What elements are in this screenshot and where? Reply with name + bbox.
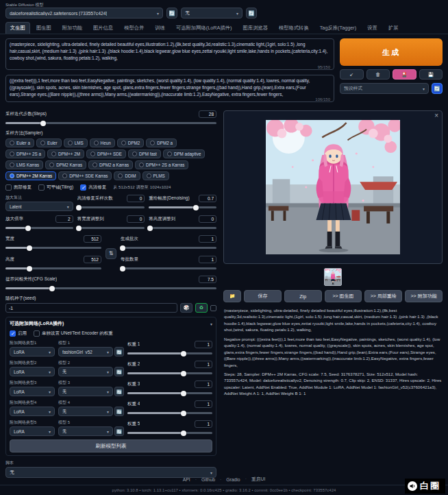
sampler-option[interactable]: DPM++ 2S a Karras [135, 160, 188, 169]
lora-model-dropdown[interactable]: 无▾ [58, 426, 113, 436]
save-button[interactable]: 保存 [244, 290, 282, 302]
slider-knob[interactable] [40, 121, 46, 126]
lora-model-dropdown[interactable]: 无▾ [58, 367, 113, 376]
restart-ui-link[interactable]: 重启UI [240, 476, 266, 483]
sampler-option[interactable]: DPM2 Karras [45, 160, 86, 169]
gallery-thumbnail[interactable] [324, 268, 342, 286]
sampler-option[interactable]: DPM++ SDE Karras [58, 171, 112, 180]
hires-steps-slider[interactable] [77, 206, 145, 208]
tiling-checkbox[interactable]: 可平铺(Tiling) [38, 184, 73, 191]
tab-gallery[interactable]: 图库浏览器 [238, 22, 272, 34]
width-slider[interactable] [5, 247, 101, 249]
lora-weight-slider[interactable] [127, 372, 212, 374]
sampler-option[interactable]: DPM2 a [146, 138, 177, 147]
lora-type-dropdown[interactable]: LoRA▾ [10, 347, 55, 357]
tab-extensions[interactable]: 扩展 [384, 22, 403, 34]
send-to-inpaint-button[interactable]: >> 局部重绘 [364, 290, 402, 302]
styles-dropdown[interactable]: 预设样式 ▾ [340, 83, 429, 94]
tab-settings[interactable]: 设置 [362, 22, 382, 34]
lora-weight-slider[interactable] [127, 432, 212, 434]
paste-params-button[interactable]: ↙ [340, 69, 364, 80]
slider-knob[interactable] [120, 266, 125, 271]
sampler-option[interactable]: DPM2 a Karras [88, 160, 133, 169]
generated-image[interactable] [266, 120, 400, 254]
lora-weight-slider[interactable] [127, 412, 212, 414]
sampler-option[interactable]: DPM++ 2M [47, 149, 84, 158]
sampler-option[interactable]: Heun [90, 138, 115, 147]
lora-separate-weights-checkbox[interactable]: 单独设置 UNet/Text Encoder 的权重 [34, 330, 113, 337]
lora-type-dropdown[interactable]: LoRA▾ [10, 426, 55, 436]
refresh-lora-button[interactable]: 🔄 [114, 367, 124, 376]
lora-weight-slider[interactable] [127, 392, 212, 394]
seed-input[interactable]: -1 [5, 303, 177, 313]
slider-knob[interactable] [76, 205, 82, 210]
tab-lora[interactable]: 可选附加网络(LoRA插件) [171, 22, 237, 34]
send-to-extras-button[interactable]: >> 附加功能 [405, 290, 443, 302]
tab-converter[interactable]: 模型格式转换 [274, 22, 314, 34]
gradio-link[interactable]: Gradio [215, 477, 240, 482]
sampler-option[interactable]: LMS Karras [5, 160, 43, 169]
face-restore-checkbox[interactable]: 面部修复 [5, 184, 32, 191]
batch-count-slider[interactable] [121, 247, 216, 249]
refresh-lora-button[interactable]: 🔄 [114, 407, 124, 416]
vae-dropdown[interactable]: 无 ▾ [181, 8, 242, 19]
lora-enable-checkbox[interactable]: 启用 [10, 330, 27, 337]
open-folder-button[interactable]: 📁 [223, 290, 241, 302]
zip-button[interactable]: Zip [284, 290, 322, 302]
lora-weight-slider[interactable] [127, 352, 212, 354]
slider-knob[interactable] [120, 245, 125, 251]
generate-button[interactable]: 生成 [340, 38, 443, 66]
tab-img2img[interactable]: 图生图 [32, 22, 56, 34]
sampler-option[interactable]: DDIM [114, 171, 140, 180]
reuse-seed-button[interactable]: ♻ [195, 303, 208, 313]
tab-tagger[interactable]: Tag反推(Tagger) [315, 22, 362, 34]
save-style-button[interactable]: 💾 [419, 69, 443, 80]
slider-knob[interactable] [49, 286, 55, 291]
sampler-option[interactable]: Euler [36, 138, 62, 147]
sampler-option[interactable]: LMS [64, 138, 88, 147]
steps-value[interactable]: 28 [199, 110, 216, 118]
cfg-slider[interactable] [5, 287, 216, 289]
slider-knob[interactable] [25, 226, 31, 231]
resize-height-slider[interactable] [149, 227, 216, 229]
refresh-lora-button[interactable]: 🔄 [114, 347, 124, 357]
sampler-option[interactable]: PLMS [142, 171, 169, 180]
lora-type-dropdown[interactable]: LoRA▾ [10, 367, 55, 376]
swap-dimensions-button[interactable]: ⇅ [105, 248, 116, 259]
sampler-option[interactable]: DPM++ 2S a [5, 149, 45, 158]
upscaler-dropdown[interactable]: Latent ▾ [5, 202, 73, 211]
upscale-by-slider[interactable] [5, 227, 73, 229]
slider-knob[interactable] [181, 431, 186, 436]
sampler-option[interactable]: Euler a [5, 138, 34, 147]
lora-type-dropdown[interactable]: LoRA▾ [10, 387, 55, 396]
tab-merge[interactable]: 模型合并 [119, 22, 149, 34]
sampler-option[interactable]: DPM adaptive [163, 149, 206, 158]
api-link[interactable]: API [183, 477, 190, 482]
resize-width-slider[interactable] [77, 227, 145, 229]
slider-knob[interactable] [147, 226, 153, 231]
slider-knob[interactable] [181, 351, 186, 357]
refresh-checkpoint-button[interactable]: 🔄 [166, 8, 177, 19]
batch-size-slider[interactable] [121, 267, 216, 269]
slider-knob[interactable] [181, 371, 186, 376]
checkpoint-dropdown[interactable]: dalceforealisticallyv2.safetensors [7335… [5, 8, 163, 19]
clear-prompt-button[interactable]: 🗑 [366, 69, 390, 80]
sampler-option-selected[interactable]: DPM++ 2M Karras [5, 171, 56, 180]
refresh-vae-button[interactable]: 🔄 [246, 8, 257, 19]
slider-knob[interactable] [27, 266, 32, 271]
denoising-slider[interactable] [149, 206, 216, 208]
random-seed-button[interactable]: 🎲 [180, 303, 192, 313]
send-to-img2img-button[interactable]: >> 图生图 [325, 290, 362, 302]
tab-pnginfo[interactable]: 图片信息 [88, 22, 118, 34]
refresh-lora-button[interactable]: 🔄 [114, 387, 124, 396]
steps-slider[interactable] [5, 122, 216, 124]
slider-knob[interactable] [27, 245, 32, 251]
refresh-lora-button[interactable]: 🔄 [114, 426, 124, 436]
sampler-option[interactable]: DPM fast [128, 149, 161, 158]
lora-model-dropdown[interactable]: 无▾ [58, 407, 113, 416]
tab-txt2img[interactable]: 文生图 [5, 22, 30, 34]
lora-model-dropdown[interactable]: fashionGirl_v52▾ [58, 347, 113, 357]
tab-extras[interactable]: 附加功能 [58, 22, 87, 34]
extra-seed-checkbox[interactable] [210, 305, 216, 311]
apply-style-button[interactable]: 🔄 [432, 83, 443, 94]
